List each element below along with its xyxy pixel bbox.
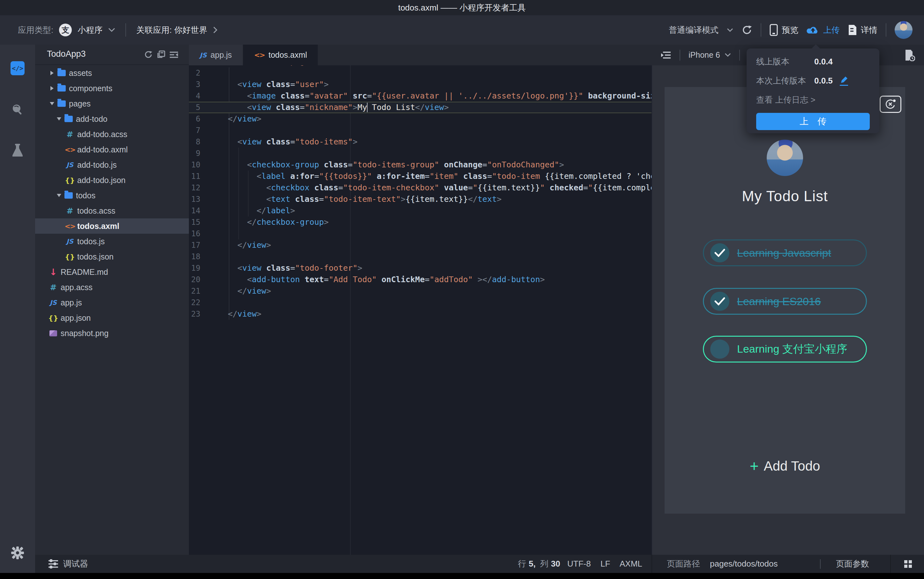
encoding-indicator[interactable]: UTF-8 xyxy=(567,555,591,573)
tree-item-add-todo.js[interactable]: JSadd-todo.js xyxy=(35,157,189,172)
page-params-button[interactable]: 页面参数 xyxy=(836,555,869,573)
editor-view-icon[interactable]: </> xyxy=(10,61,25,75)
js-file-icon: JS xyxy=(48,299,59,306)
code-line-9[interactable]: 9 xyxy=(189,147,652,159)
language-mode[interactable]: AXML xyxy=(619,555,642,573)
code-line-8[interactable]: 8 <view class="todo-items"> xyxy=(189,136,652,147)
tree-item-app.js[interactable]: JSapp.js xyxy=(35,295,189,310)
tree-item-components[interactable]: components xyxy=(35,81,189,96)
console-panel-icon[interactable] xyxy=(660,51,671,60)
tree-item-todos.axml[interactable]: <>todos.axml xyxy=(35,218,189,234)
tree-item-snapshot.png[interactable]: snapshot.png xyxy=(35,325,189,341)
search-icon[interactable] xyxy=(10,103,25,117)
exit-miniapp-button[interactable] xyxy=(880,96,901,113)
code-line-12[interactable]: 12 <checkbox class="todo-item-checkbox" … xyxy=(189,182,652,193)
code-line-20[interactable]: 20 <add-button text="Add Todo" onClickMe… xyxy=(189,274,652,285)
refresh-tree-icon[interactable] xyxy=(144,51,152,59)
tree-item-label: pages xyxy=(69,99,91,108)
tree-caret-icon[interactable] xyxy=(48,71,56,75)
tree-item-todos.acss[interactable]: #todos.acss xyxy=(35,203,189,218)
code-line-4[interactable]: 4 <image class="avatar" src="{{user.avat… xyxy=(189,90,652,102)
folder-icon xyxy=(64,192,73,199)
todo-item[interactable]: Learning ES2016 xyxy=(703,288,867,315)
code-line-2[interactable]: 2 xyxy=(189,67,652,79)
code-line-17[interactable]: 17 </view> xyxy=(189,239,652,251)
code-line-23[interactable]: 23</view> xyxy=(189,308,652,320)
tree-caret-icon[interactable] xyxy=(55,194,63,197)
tree-item-todos[interactable]: todos xyxy=(35,188,189,203)
flask-icon[interactable] xyxy=(10,144,25,157)
layout-grid-icon[interactable] xyxy=(904,555,913,573)
upload-confirm-button[interactable]: 上 传 xyxy=(756,113,870,130)
app-type-value[interactable]: 小程序 xyxy=(77,25,102,36)
tree-item-add-todo[interactable]: add-todo xyxy=(35,111,189,127)
details-button[interactable]: 详情 xyxy=(848,24,877,36)
tree-item-add-todo.acss[interactable]: #add-todo.acss xyxy=(35,127,189,142)
tree-caret-icon[interactable] xyxy=(55,117,63,121)
refresh-icon[interactable] xyxy=(742,25,752,35)
tree-item-app.acss[interactable]: #app.acss xyxy=(35,280,189,295)
code-line-3[interactable]: 3 <view class="user"> xyxy=(189,79,652,90)
code-line-10[interactable]: 10 <checkbox-group class="todo-items-gro… xyxy=(189,159,652,170)
code-line-22[interactable]: 22 xyxy=(189,297,652,308)
todo-checkbox[interactable] xyxy=(710,292,729,311)
line-number: 8 xyxy=(189,136,200,147)
json-file-icon: {} xyxy=(64,253,75,261)
tree-item-label: add-todo.axml xyxy=(77,145,128,154)
todo-item[interactable]: Learning 支付宝小程序 xyxy=(703,336,867,363)
code-line-18[interactable]: 18 xyxy=(189,251,652,262)
tab-app.js[interactable]: JSapp.js xyxy=(189,45,243,65)
chevron-down-icon[interactable] xyxy=(724,53,731,57)
tab-todos.axml[interactable]: <>todos.axml xyxy=(243,45,318,65)
chevron-down-icon[interactable] xyxy=(727,28,733,32)
tree-item-README.md[interactable]: ↓README.md xyxy=(35,264,189,280)
tree-item-app.json[interactable]: {}app.json xyxy=(35,310,189,325)
axml-file-icon: <> xyxy=(254,51,265,59)
tree-item-assets[interactable]: assets xyxy=(35,65,189,81)
code-line-7[interactable]: 7 xyxy=(189,125,652,136)
tree-item-label: app.json xyxy=(61,313,91,323)
code-line-11[interactable]: 11 <label a:for="{{todos}}" a:for-item="… xyxy=(189,170,652,182)
edit-version-icon[interactable] xyxy=(840,76,848,86)
upload-version-row: 本次上传版本 0.0.5 xyxy=(756,75,806,87)
eol-indicator[interactable]: LF xyxy=(600,555,610,573)
upload-button[interactable]: 上传 xyxy=(807,25,840,36)
code-editor[interactable]: 1<view class="page">23 <view class="user… xyxy=(189,45,652,555)
code-line-15[interactable]: 15 </checkbox-group> xyxy=(189,216,652,228)
tree-caret-icon[interactable] xyxy=(48,86,56,90)
code-line-21[interactable]: 21 </view> xyxy=(189,285,652,297)
debugger-toggle[interactable]: 调试器 xyxy=(48,555,88,573)
code-line-19[interactable]: 19 <view class="todo-footer"> xyxy=(189,262,652,274)
cursor-position: 行 5, 列 30 xyxy=(518,555,560,573)
compile-mode-select[interactable]: 普通编译模式 xyxy=(669,25,719,36)
page-path-value[interactable]: pages/todos/todos xyxy=(710,555,778,573)
tree-item-add-todo.json[interactable]: {}add-todo.json xyxy=(35,172,189,188)
todo-checkbox[interactable] xyxy=(710,243,729,262)
preview-button[interactable]: 预览 xyxy=(770,24,798,36)
code-line-5[interactable]: 5 <view class="nickname">My Todo List</v… xyxy=(189,102,652,113)
tree-item-todos.json[interactable]: {}todos.json xyxy=(35,249,189,264)
code-line-14[interactable]: 14 </label> xyxy=(189,205,652,216)
tree-item-pages[interactable]: pages xyxy=(35,96,189,111)
todo-item[interactable]: Learning Javascript xyxy=(703,239,867,266)
collapse-panel-icon[interactable] xyxy=(169,51,177,59)
settings-gear-icon[interactable] xyxy=(10,546,25,560)
code-line-16[interactable]: 16 xyxy=(189,228,652,239)
linked-app[interactable]: 关联应用: 你好世界 xyxy=(136,25,207,36)
upload-log-link[interactable]: 查看 上传日志 > xyxy=(756,94,816,106)
todo-checkbox[interactable] xyxy=(710,340,729,359)
user-avatar[interactable] xyxy=(895,21,913,39)
chevron-right-icon[interactable] xyxy=(213,26,218,33)
device-select[interactable]: iPhone 6 xyxy=(688,51,720,60)
tree-item-todos.js[interactable]: JStodos.js xyxy=(35,234,189,249)
code-line-13[interactable]: 13 <text class="todo-item-text">{{item.t… xyxy=(189,193,652,205)
check-icon xyxy=(714,297,725,306)
device-log-icon[interactable] xyxy=(904,49,915,61)
add-todo-button[interactable]: + Add Todo xyxy=(665,458,905,474)
tree-caret-icon[interactable] xyxy=(48,102,56,105)
new-window-icon[interactable] xyxy=(157,51,165,59)
code-line-6[interactable]: 6</view> xyxy=(189,113,652,125)
chevron-down-icon[interactable] xyxy=(108,28,115,32)
tree-item-add-todo.axml[interactable]: <>add-todo.axml xyxy=(35,142,189,157)
alipay-icon: 支 xyxy=(59,24,72,36)
